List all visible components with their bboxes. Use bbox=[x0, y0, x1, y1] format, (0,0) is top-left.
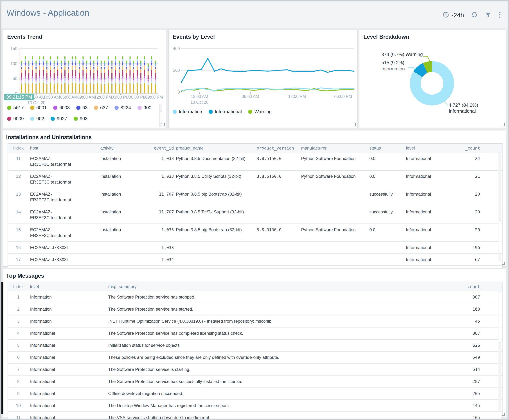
table-row[interactable]: 8InformationalThe Software Protection se… bbox=[8, 375, 502, 388]
table-row[interactable]: 11EC2AMAZ-ER3EF3C.test.formatInstallatio… bbox=[8, 153, 502, 170]
legend-scrollbar-thumb[interactable] bbox=[160, 111, 162, 124]
cell-_count: 307 bbox=[445, 291, 481, 303]
time-range-value: -24h bbox=[451, 12, 464, 19]
table-row[interactable]: 7InformationalThe Software Protection se… bbox=[8, 363, 502, 375]
cell-_count: 887 bbox=[445, 327, 481, 339]
column-header-Index[interactable]: Index bbox=[8, 144, 29, 153]
table-row[interactable]: 1InformationThe Software Protection serv… bbox=[8, 291, 502, 303]
cell-msg_summary: Offline downlevel migration succeeded. bbox=[107, 388, 445, 400]
legend-item-8224[interactable]: 8224 bbox=[114, 105, 131, 111]
table-row[interactable]: 3Information.NET Runtime Optimization Se… bbox=[8, 315, 502, 327]
top-messages-scrollbar-thumb[interactable] bbox=[499, 292, 501, 343]
top-messages-panel: Top Messages Indexlevelmsg_summary_count… bbox=[3, 269, 506, 418]
legend-item-900[interactable]: 900 bbox=[137, 105, 151, 111]
table-row[interactable]: 14EC2AMAZ-ER3EF3C.test.formatInstallatio… bbox=[8, 206, 502, 224]
cell-status: successfully bbox=[368, 206, 405, 224]
legend-scrollbar[interactable] bbox=[159, 104, 162, 127]
host-value: EC2AMAZ-J7K308I bbox=[30, 257, 80, 262]
table-row[interactable]: 6InformationalThese policies are being e… bbox=[8, 352, 502, 363]
legend-item-Informational[interactable]: Informational bbox=[209, 109, 242, 114]
cell-event_id: 1,034 bbox=[141, 254, 175, 266]
table-row[interactable]: 16EC2AMAZ-J7K308I1,033Informational196 bbox=[8, 242, 502, 254]
events-by-level-panel: Events by Level 4002000 12:00 AM06:00 AM… bbox=[169, 30, 357, 128]
column-header-level[interactable]: level bbox=[405, 144, 450, 153]
installations-scrollbar[interactable] bbox=[499, 152, 501, 262]
cell-event_id: 11,707 bbox=[141, 188, 175, 206]
cell-activity bbox=[99, 242, 141, 254]
table-row[interactable]: 17EC2AMAZ-J7K308I1,034Informational67 bbox=[8, 254, 502, 266]
cell-level: Informational bbox=[405, 153, 450, 170]
resize-handle-icon[interactable] bbox=[162, 123, 165, 126]
column-header-host[interactable]: host bbox=[29, 144, 99, 153]
legend-item-9027[interactable]: 9027 bbox=[51, 116, 67, 121]
resize-handle-icon[interactable] bbox=[502, 123, 505, 126]
cell-msg_summary: Initialization status for service object… bbox=[107, 339, 445, 352]
legend-item-Information[interactable]: Information bbox=[172, 109, 202, 114]
resize-handle-icon[interactable] bbox=[502, 262, 505, 265]
legend-item-Warning[interactable]: Warning bbox=[248, 109, 272, 114]
column-header-Index[interactable]: Index bbox=[8, 282, 29, 291]
legend-item-9009[interactable]: 9009 bbox=[7, 116, 24, 121]
column-header-product_name[interactable]: product_name bbox=[175, 144, 255, 153]
table-row[interactable]: 2InformationThe Software Protection serv… bbox=[8, 303, 502, 315]
column-header-msg_summary[interactable]: msg_summary bbox=[107, 282, 445, 291]
level-breakdown-title: Level Breakdown bbox=[363, 34, 409, 40]
column-header-status[interactable]: status bbox=[368, 144, 405, 153]
top-messages-scrollbar[interactable] bbox=[499, 291, 501, 412]
kebab-menu-icon[interactable] bbox=[499, 11, 501, 19]
column-header-activity[interactable]: activity bbox=[99, 144, 141, 153]
legend-swatch bbox=[53, 106, 57, 110]
cell-product_name: Python 3.8.5 Utility Scripts (32-bit) bbox=[175, 170, 255, 188]
events-by-level-chart[interactable] bbox=[169, 47, 356, 97]
table-row[interactable]: 10InformationalThe Desktop Window Manage… bbox=[8, 400, 502, 412]
cell-host: EC2AMAZ-J7K308I bbox=[29, 242, 99, 254]
legend-item-63[interactable]: 63 bbox=[76, 105, 88, 111]
column-header-_count[interactable]: _count bbox=[445, 282, 481, 291]
filter-icon[interactable] bbox=[485, 11, 492, 19]
table-row[interactable]: 11InformationalThe VSS service is shutti… bbox=[8, 412, 502, 420]
table-row[interactable]: 13EC2AMAZ-ER3EF3C.test.formatInstallatio… bbox=[8, 188, 502, 206]
legend-item-637[interactable]: 637 bbox=[94, 105, 108, 111]
refresh-icon[interactable] bbox=[471, 11, 478, 19]
table-row[interactable]: 4InformationalThe Software Protection se… bbox=[8, 327, 502, 339]
cell-_count: 21 bbox=[450, 170, 481, 188]
legend-item-6001[interactable]: 6001 bbox=[30, 105, 47, 111]
legend-item-6003[interactable]: 6003 bbox=[53, 105, 70, 111]
column-header-_count[interactable]: _count bbox=[450, 144, 481, 153]
column-header-event_id[interactable]: event_id bbox=[141, 144, 175, 153]
table-row[interactable]: 12EC2AMAZ-ER3EF3C.test.formatInstallatio… bbox=[8, 170, 502, 188]
installations-scrollbar-thumb[interactable] bbox=[499, 220, 501, 252]
column-header-manufacturer[interactable]: manufacturer bbox=[300, 144, 368, 153]
events-trend-chart[interactable] bbox=[3, 46, 162, 98]
cell-Index: 4 bbox=[8, 327, 29, 339]
host-value: EC2AMAZ-ER3EF3C.test.format bbox=[30, 227, 80, 239]
resize-handle-icon[interactable] bbox=[353, 123, 356, 126]
cell-_count: 196 bbox=[450, 242, 481, 254]
legend-item-903[interactable]: 903 bbox=[74, 116, 88, 121]
table-row[interactable]: 5InformationalInitialization status for … bbox=[8, 339, 502, 352]
legend-swatch bbox=[114, 106, 119, 110]
cell-_count: 514 bbox=[445, 363, 481, 375]
legend-swatch bbox=[209, 110, 213, 114]
legend-item-902[interactable]: 902 bbox=[30, 116, 44, 121]
resize-handle-icon[interactable] bbox=[502, 413, 505, 416]
legend-label: 9009 bbox=[13, 116, 24, 121]
cell-_count: 20 bbox=[450, 206, 481, 224]
table-row[interactable]: 15EC2AMAZ-ER3EF3C.test.formatInstallatio… bbox=[8, 224, 502, 242]
cell-Index: 14 bbox=[8, 206, 29, 224]
cell-event_id: 11,707 bbox=[141, 206, 175, 224]
table-row[interactable]: 9InformationalOffline downlevel migratio… bbox=[8, 388, 502, 400]
column-header-level[interactable]: level bbox=[29, 282, 107, 291]
cell-Index: 11 bbox=[8, 153, 29, 170]
x-tick-label: 12:00 AM bbox=[185, 94, 214, 99]
cell-event_id: 1,033 bbox=[141, 153, 175, 170]
column-header-product_version[interactable]: product_version bbox=[255, 144, 300, 153]
cell-Index: 9 bbox=[8, 388, 29, 400]
cell-_count: 67 bbox=[450, 254, 481, 266]
cell-level: Information bbox=[29, 303, 107, 315]
legend-item-5617[interactable]: 5617 bbox=[7, 105, 24, 111]
time-range-control[interactable]: -24h bbox=[442, 11, 464, 19]
host-value: EC2AMAZ-ER3EF3C.test.format bbox=[30, 173, 80, 185]
time-marker-badge: 09:21:15 PM bbox=[4, 94, 34, 100]
cell-product_name: Python 3.8.5 Tcl/Tk Support (32-bit) bbox=[175, 206, 255, 224]
